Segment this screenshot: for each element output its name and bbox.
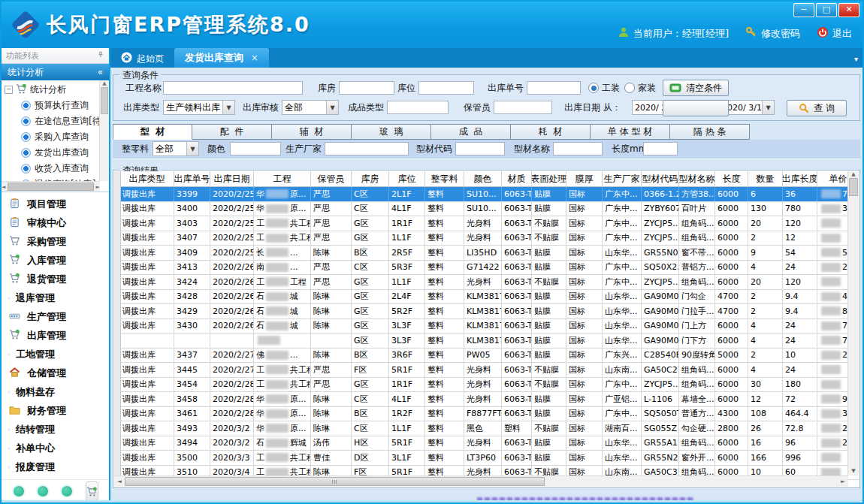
length-input[interactable]: [643, 142, 678, 155]
collapse-icon[interactable]: «: [98, 67, 103, 77]
table-row[interactable]: 调拨出库34612020/2/28华原...陈琳B区1R2F整料F8877FT6…: [120, 407, 859, 422]
column-header[interactable]: 出库类型: [120, 171, 174, 186]
sidebar-item-退货管理[interactable]: 退货管理: [2, 270, 109, 288]
sidebar-item-仓储管理[interactable]: 仓储管理: [2, 364, 109, 382]
sidebar-item-结转管理[interactable]: 结转管理: [2, 420, 109, 439]
tab-close-icon[interactable]: ×: [251, 53, 258, 63]
table-row[interactable]: 调拨出库34292020/2/26石城陈琳G区5R2F整料KLM38176063…: [120, 304, 859, 319]
material-tab[interactable]: 辅 材: [272, 124, 352, 140]
maximize-button[interactable]: □: [816, 3, 837, 17]
tree-item[interactable]: 采购入库查询: [5, 129, 109, 145]
manufacturer-input[interactable]: [325, 142, 409, 155]
table-row[interactable]: 调拨出库34282020/2/26石城陈琳G区2L4F整料KLM38176063…: [120, 290, 859, 305]
column-header[interactable]: 材质: [502, 171, 532, 186]
column-header[interactable]: 颜色: [464, 171, 502, 186]
grid-vertical-scrollbar[interactable]: ▲▼: [847, 171, 859, 475]
column-header[interactable]: 表面处理: [532, 171, 566, 186]
column-header[interactable]: 膜厚: [566, 171, 603, 186]
sidebar-item-退库管理[interactable]: 退库管理: [2, 288, 109, 307]
table-row[interactable]: 调拨出库34032020/2/25工共工程严思G区1R1F整料光身料6063-T…: [120, 216, 859, 231]
table-row[interactable]: 调拨出库34092020/2/25长...陈琳B区2R5F整料LI35HD606…: [120, 246, 859, 261]
tab-shipping-outbound-query[interactable]: 发货出库查询 ×: [174, 48, 269, 68]
profile-name-input[interactable]: [553, 142, 603, 155]
order-no-input[interactable]: [527, 81, 581, 95]
column-header[interactable]: 生产厂家: [603, 171, 642, 186]
color-input[interactable]: [230, 142, 281, 155]
tab-overflow-icon[interactable]: ▾: [854, 55, 858, 63]
tree-item[interactable]: 发货出库查询: [5, 145, 109, 161]
column-header[interactable]: 出库日期: [210, 171, 254, 186]
sidebar-item-出库管理[interactable]: 出库管理: [2, 326, 109, 345]
nav-shortcut-icon[interactable]: [38, 486, 48, 496]
grid-horizontal-scrollbar[interactable]: ◄►: [114, 475, 848, 487]
material-tab[interactable]: 配 件: [192, 124, 272, 140]
table-row[interactable]: 调拨出库34942020/3/2石辉城汤伟H区5R1F整料光身料6063-T5贴…: [120, 436, 859, 451]
tree-item[interactable]: 预算执行查询: [5, 98, 109, 113]
radio-home-clothing[interactable]: 家装: [624, 80, 656, 95]
audit-select[interactable]: 全部▼: [282, 100, 339, 115]
table-row[interactable]: 调拨出库33992020/2/25华原...严思C区2L1F整料SU10...6…: [120, 187, 859, 202]
sidebar-item-物料盘存[interactable]: 物料盘存: [2, 382, 109, 401]
location-input[interactable]: [418, 81, 474, 95]
project-name-input[interactable]: [163, 81, 303, 95]
material-tab[interactable]: 玻 璃: [352, 124, 431, 140]
product-type-input[interactable]: [387, 101, 449, 114]
tab-home[interactable]: 起始页: [110, 50, 174, 68]
sidebar-item-报废管理[interactable]: 报废管理: [2, 457, 109, 476]
material-tab[interactable]: 成 品: [431, 124, 511, 140]
change-password-button[interactable]: 修改密码: [745, 26, 800, 41]
table-row[interactable]: 调拨出库34582020/2/28华原...陈琳C区4L1F整料光身料6063-…: [120, 392, 859, 407]
table-row[interactable]: 调拨出库34072020/2/25工共工程严思G区1L1F整料光身料6063-T…: [120, 231, 859, 246]
sidebar-item-入库管理[interactable]: 入库管理: [2, 251, 109, 270]
keeper-input[interactable]: [494, 101, 552, 114]
table-row[interactable]: 调拨出库34302020/2/26石城陈琳G区3L3F整料KLM38176063…: [120, 319, 859, 334]
table-row[interactable]: 调拨出库34002020/2/25华原...严思C区4L1F整料SU10...6…: [120, 202, 859, 217]
table-row[interactable]: 调拨出库34132020/2/26南...严思C区5R3F整料G71422606…: [120, 261, 859, 276]
pin-icon[interactable]: [97, 51, 104, 61]
sidebar-item-审核中心[interactable]: 审核中心: [2, 213, 109, 232]
sidebar-item-生产管理[interactable]: 生产管理: [2, 307, 109, 326]
minimize-button[interactable]: ─: [793, 3, 814, 17]
sidebar-section-statistics[interactable]: 统计分析 «: [2, 64, 109, 80]
column-header[interactable]: 整零料: [425, 171, 464, 186]
whole-part-select[interactable]: 全部▼: [153, 141, 199, 156]
column-header[interactable]: 出库单号: [174, 171, 210, 186]
material-tab[interactable]: 隔 热 条: [670, 124, 750, 140]
profile-code-input[interactable]: [455, 142, 505, 155]
tree-horizontal-scrollbar[interactable]: ◄►: [2, 181, 100, 192]
tree-vertical-scrollbar[interactable]: ▲: [99, 80, 109, 181]
material-tab[interactable]: 单 体 型 材: [591, 124, 670, 140]
table-row[interactable]: 调拨出库34932020/3/2华原...陈琳C区1L1F整料黑色塑料不贴膜国标…: [120, 421, 859, 436]
nav-shortcut-icon[interactable]: [14, 486, 24, 496]
column-header[interactable]: 工程: [254, 171, 311, 186]
logout-button[interactable]: 退出: [817, 26, 852, 41]
column-header[interactable]: 长度: [715, 171, 748, 186]
tree-item[interactable]: 在途信息查询[待: [5, 113, 109, 129]
radio-work-clothing[interactable]: 工装: [588, 80, 620, 95]
clear-conditions-button[interactable]: 清空条件: [663, 80, 729, 96]
tree-root-statistics[interactable]: −统计分析: [5, 82, 109, 98]
column-header[interactable]: 保管员: [311, 171, 352, 186]
sidebar-item-采购管理[interactable]: 采购管理: [2, 232, 109, 251]
column-header[interactable]: 数量: [748, 171, 783, 186]
table-row[interactable]: 调拨出库34542020/2/28工共工程严思G区1R1F整料光身料6063-T…: [120, 378, 859, 393]
table-row[interactable]: 调拨出库34372020/2/27佛...陈琳B区3R6F整料PW056063-…: [120, 349, 859, 364]
out-type-select[interactable]: 生产领料出库▼: [163, 100, 235, 115]
tree-item[interactable]: 收货入库查询: [5, 161, 109, 177]
table-row[interactable]: 调拨出库34242020/2/26工工程严思G区1L1F整料光身料6063-T5…: [120, 275, 859, 290]
table-row[interactable]: 调拨出库35002020/3/3工共工程曹佳D区3L1F整料LT3P606063…: [120, 451, 859, 466]
column-header[interactable]: 型材代码: [642, 171, 679, 186]
table-row[interactable]: G区3L3F整料KLM38176063-T5贴膜国标山东华...GA90M09.…: [120, 333, 859, 349]
sidebar-item-工地管理[interactable]: 工地管理: [2, 345, 109, 364]
search-button[interactable]: [663, 100, 729, 116]
column-header[interactable]: 库位: [389, 171, 425, 186]
nav-shortcut-icon[interactable]: [62, 486, 72, 496]
tree-collapse-icon[interactable]: −: [5, 86, 13, 94]
warehouse-input[interactable]: [339, 81, 394, 95]
column-header[interactable]: 型材名称: [679, 171, 715, 186]
search-button[interactable]: 查 询: [787, 100, 847, 116]
cart-shortcut-button[interactable]: [86, 481, 98, 501]
table-row[interactable]: 调拨出库34452020/2/27工共工程严思F区5R1F整料光身料6063-T…: [120, 363, 859, 378]
sidebar-item-补单中心[interactable]: 补单中心: [2, 439, 109, 457]
close-button[interactable]: ✕: [838, 3, 859, 17]
